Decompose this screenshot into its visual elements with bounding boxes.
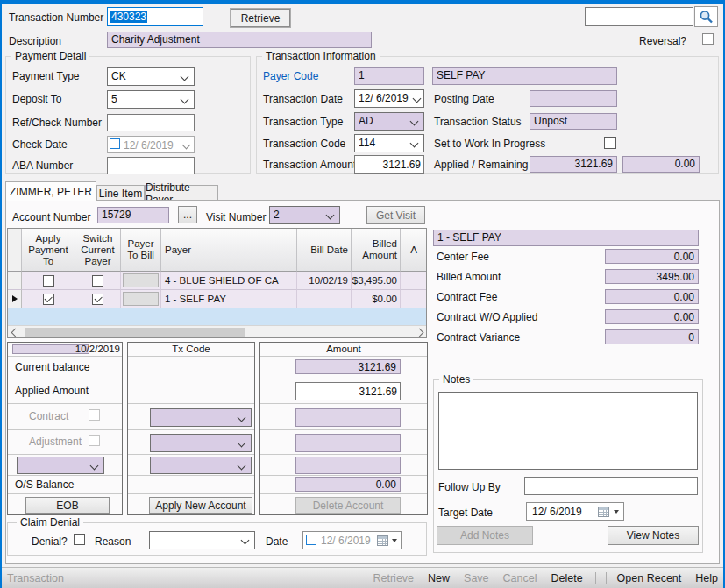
apply-payment-checkbox[interactable] — [43, 294, 54, 305]
check-date-picker[interactable]: 12/ 6/2019 — [107, 136, 195, 153]
payer-to-bill-cell[interactable] — [121, 290, 161, 308]
visit-number-combo[interactable]: 2 — [269, 206, 340, 224]
reason-label: Reason — [95, 535, 131, 548]
col-bill-date-header[interactable]: Bill Date — [297, 229, 352, 272]
aba-number-label: ABA Number — [12, 159, 73, 172]
switch-payer-checkbox[interactable] — [92, 294, 103, 305]
transaction-amount-input[interactable] — [354, 155, 424, 174]
scroll-left-button[interactable] — [8, 326, 22, 338]
contract-checkbox[interactable] — [89, 409, 100, 421]
delete-account-button[interactable]: Delete Account — [295, 497, 401, 514]
statusbar-cancel[interactable]: Cancel — [503, 572, 537, 584]
transaction-code-combo[interactable]: 114 — [354, 134, 424, 152]
extra-type-combo[interactable] — [17, 457, 104, 474]
switch-payer-checkbox[interactable] — [92, 275, 103, 287]
transaction-number-input[interactable]: 430323 — [107, 7, 203, 26]
billed-amount-cell: $3,495.00 — [352, 272, 401, 290]
bill-date-cell: 10/02/19 — [297, 272, 352, 290]
notes-textarea[interactable] — [438, 392, 698, 470]
payer-code-field: 1 — [354, 67, 424, 85]
statusbar-open-recent[interactable]: Open Recent — [617, 572, 682, 584]
view-notes-button[interactable]: View Notes — [608, 526, 699, 545]
statusbar-retrieve[interactable]: Retrieve — [373, 572, 414, 584]
deposit-to-combo[interactable]: 5 — [107, 90, 195, 109]
ref-check-number-input[interactable] — [107, 114, 195, 131]
scroll-right-button[interactable] — [412, 326, 426, 338]
denial-date-checkbox[interactable] — [306, 535, 316, 545]
statusbar-save[interactable]: Save — [464, 572, 489, 584]
transaction-number-label: Transaction Number — [9, 11, 103, 24]
col-payer-to-bill-header[interactable]: Payer To Bill — [121, 229, 161, 272]
transaction-info-title: Transaction Information — [262, 50, 380, 62]
tab-line-item[interactable]: Line Item — [96, 185, 145, 201]
table-row[interactable]: 4 - BLUE SHIELD OF CA 10/02/19 $3,495.00 — [8, 272, 426, 290]
search-button[interactable] — [694, 6, 718, 27]
tab-distribute-payer[interactable]: Distribute Payer — [145, 185, 218, 201]
dropdown-arrow-icon — [614, 510, 619, 514]
table-row-current[interactable]: 1 - SELF PAY $0.00 — [8, 290, 426, 308]
tab-patient[interactable]: ZIMMER, PETER — [5, 181, 96, 201]
description-field: Charity Adjustment — [107, 32, 372, 48]
target-date-picker[interactable]: 12/ 6/2019 — [526, 502, 624, 521]
calendar-icon — [598, 507, 609, 517]
aba-number-input[interactable] — [107, 157, 195, 174]
wip-checkbox[interactable] — [604, 137, 616, 149]
apply-payment-checkbox[interactable] — [43, 275, 54, 287]
statusbar-delete[interactable]: Delete — [551, 572, 582, 584]
payment-type-combo[interactable]: CK — [107, 67, 195, 86]
chevron-down-icon — [410, 117, 419, 126]
reversal-checkbox[interactable] — [702, 33, 714, 45]
remaining-field: 0.00 — [622, 156, 700, 173]
denial-date-picker[interactable]: 12/ 6/2019 — [302, 531, 402, 549]
add-notes-button[interactable]: Add Notes — [437, 526, 533, 545]
chevron-down-icon — [181, 96, 189, 104]
statusbar-help[interactable]: Help — [695, 572, 718, 584]
payer-code-link[interactable]: Payer Code — [263, 70, 318, 82]
applied-field: 3121.69 — [530, 156, 617, 173]
target-date-label: Target Date — [438, 507, 493, 519]
col-partial-header: A — [401, 229, 427, 272]
statusbar-new[interactable]: New — [428, 572, 450, 584]
payment-detail-title: Payment Detail — [11, 50, 89, 62]
chevron-down-icon — [326, 211, 335, 220]
payer-name-field: SELF PAY — [432, 67, 617, 85]
deposit-to-label: Deposit To — [12, 93, 61, 105]
col-apply-header[interactable]: Apply Payment To — [22, 229, 75, 272]
transaction-date-combo[interactable]: 12/ 6/2019 — [354, 89, 424, 108]
applied-amount-label: Applied Amount — [15, 385, 89, 397]
get-visit-button[interactable]: Get Visit — [366, 206, 425, 224]
extra-txcode-combo[interactable] — [150, 457, 252, 474]
contract-txcode-combo[interactable] — [150, 408, 252, 427]
notes-title: Notes — [439, 373, 473, 386]
reason-combo[interactable] — [149, 531, 255, 549]
payer-to-bill-cell[interactable] — [121, 272, 161, 290]
account-browse-button[interactable]: ... — [178, 206, 197, 223]
current-balance-label: Current balance — [15, 361, 89, 373]
apply-new-account-button[interactable]: Apply New Account — [149, 497, 252, 514]
billed-amount-cell: $0.00 — [352, 290, 401, 308]
check-date-checkbox[interactable] — [110, 138, 120, 149]
transaction-type-label: Transaction Type — [263, 116, 343, 128]
col-switch-header[interactable]: Switch Current Payer — [75, 229, 121, 272]
check-date-label: Check Date — [12, 138, 68, 151]
account-number-field: 15729 — [97, 207, 169, 223]
retrieve-button[interactable]: Retrieve — [230, 8, 291, 28]
adjustment-amount-field — [295, 434, 401, 452]
follow-up-by-input[interactable] — [524, 477, 698, 495]
wip-label: Set to Work In Progress — [434, 138, 545, 150]
adjustment-txcode-combo[interactable] — [150, 434, 252, 452]
col-billed-amount-header[interactable]: Billed Amount — [352, 229, 401, 272]
scrollbar-thumb[interactable] — [25, 328, 245, 337]
denial-date-value: 12/ 6/2019 — [321, 535, 371, 547]
adjustment-checkbox[interactable] — [89, 435, 100, 446]
search-input[interactable] — [585, 7, 693, 26]
payment-type-label: Payment Type — [12, 70, 80, 82]
col-payer-header[interactable]: Payer — [161, 229, 297, 272]
grid-corner-header — [8, 229, 22, 272]
follow-up-by-label: Follow Up By — [438, 481, 501, 493]
horizontal-scrollbar[interactable] — [8, 325, 426, 338]
transaction-type-combo[interactable]: AD — [354, 112, 424, 131]
applied-amount-input[interactable] — [295, 382, 401, 400]
denial-checkbox[interactable] — [74, 534, 85, 545]
eob-button[interactable]: EOB — [25, 497, 110, 514]
